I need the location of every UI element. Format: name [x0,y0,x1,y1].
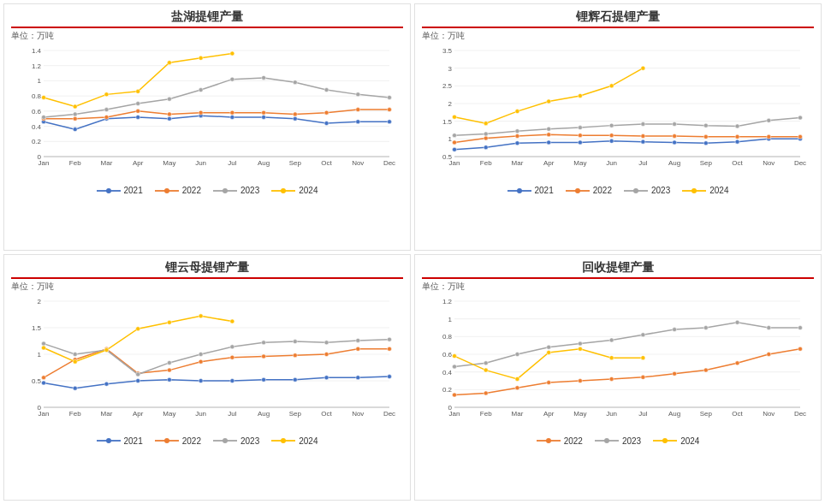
svg-point-295 [662,438,668,443]
svg-point-192 [388,374,392,378]
legend-item-2021: 2021 [97,436,143,446]
svg-point-181 [42,380,46,384]
svg-point-62 [324,88,329,92]
svg-point-281 [767,325,771,329]
svg-point-107 [453,147,457,151]
svg-point-134 [547,127,551,131]
svg-point-155 [633,188,638,193]
svg-point-211 [230,344,234,348]
svg-text:Apr: Apr [133,159,144,167]
legend-item-2022: 2022 [155,436,201,446]
svg-point-112 [609,139,614,143]
svg-point-209 [167,360,171,365]
svg-text:May: May [163,159,175,167]
svg-text:Sep: Sep [700,159,713,167]
chart-unit: 单位：万吨 [11,30,403,42]
svg-point-193 [42,375,46,379]
svg-point-263 [578,378,582,382]
legend-label: 2021 [535,186,554,195]
svg-point-65 [42,95,46,99]
legend-item-2022: 2022 [537,436,583,446]
legend-item-2024: 2024 [271,436,318,446]
svg-point-259 [453,393,457,397]
svg-point-204 [388,347,392,351]
svg-text:0.8: 0.8 [32,92,42,100]
svg-point-187 [230,378,234,382]
svg-point-135 [578,126,582,130]
svg-text:Nov: Nov [763,410,775,418]
legend-label: 2024 [299,436,318,446]
svg-text:Jan: Jan [39,410,50,418]
legend-item-2023: 2023 [624,186,670,195]
svg-point-199 [230,355,234,359]
svg-text:Nov: Nov [352,159,364,167]
svg-text:May: May [163,410,175,418]
svg-point-122 [547,133,551,137]
svg-point-121 [515,134,519,139]
svg-point-129 [767,134,771,139]
svg-point-133 [515,129,519,133]
svg-text:1.2: 1.2 [32,62,42,70]
svg-text:Jun: Jun [195,410,206,418]
svg-point-146 [547,99,551,104]
svg-point-203 [356,347,360,351]
svg-point-262 [547,380,551,384]
chart-svg: 0.511.522.533.5JanFebMarAprMayJunJulAugS… [422,44,814,181]
svg-point-205 [42,341,46,346]
svg-point-200 [262,353,266,358]
svg-point-282 [798,325,803,329]
legend-label: 2023 [240,186,259,195]
svg-text:1: 1 [448,135,453,143]
svg-text:Sep: Sep [289,159,302,167]
svg-text:Jun: Jun [606,159,617,167]
svg-point-61 [293,80,297,85]
svg-point-123 [578,133,582,138]
legend-item-2023: 2023 [213,186,259,195]
svg-point-202 [324,352,329,356]
svg-text:Apr: Apr [543,410,555,418]
svg-text:Oct: Oct [321,410,332,418]
chart-svg: 00.511.52JanFebMarAprMayJunJulAugSepOctN… [11,294,403,431]
svg-point-184 [136,378,140,382]
svg-point-35 [230,115,234,119]
svg-point-283 [453,353,457,358]
svg-text:3: 3 [448,65,453,73]
legend-label: 2023 [622,436,641,446]
svg-text:Jun: Jun [606,410,617,418]
svg-point-272 [484,360,488,365]
svg-point-136 [609,123,614,127]
svg-point-147 [578,93,582,98]
svg-point-210 [199,352,203,356]
svg-text:Oct: Oct [732,410,743,418]
svg-point-73 [106,188,111,193]
svg-point-274 [547,345,551,349]
svg-point-143 [453,115,457,119]
svg-text:May: May [573,159,586,167]
legend-label: 2021 [124,186,143,195]
svg-point-37 [293,116,297,121]
svg-text:1: 1 [38,77,42,85]
svg-point-144 [484,122,488,126]
svg-point-216 [388,337,392,341]
svg-text:1.2: 1.2 [442,298,453,305]
svg-point-287 [578,347,582,351]
svg-point-183 [104,382,109,386]
chart-legend: 2021202220232024 [11,436,403,446]
svg-text:Aug: Aug [668,159,680,167]
svg-point-190 [324,375,329,379]
svg-point-45 [167,112,171,116]
chart-legend: 2021202220232024 [11,186,403,195]
svg-point-275 [578,341,582,346]
svg-point-273 [515,352,519,356]
svg-point-197 [167,368,171,372]
svg-point-270 [798,347,803,351]
svg-point-208 [136,372,140,377]
legend-label: 2023 [240,436,259,446]
svg-text:2: 2 [448,100,453,108]
svg-text:May: May [573,410,586,418]
svg-text:Feb: Feb [69,410,81,418]
svg-point-51 [356,108,360,112]
svg-point-157 [691,188,697,193]
svg-text:Mar: Mar [101,410,113,418]
svg-point-267 [703,368,708,372]
